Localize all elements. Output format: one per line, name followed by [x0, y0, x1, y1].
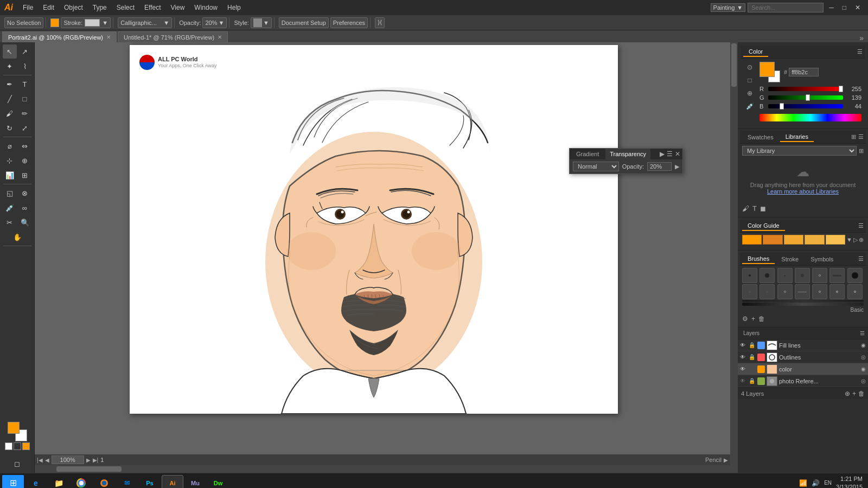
layer-lock-toggle-3[interactable]: 🔒 — [748, 377, 756, 385]
preferences-button[interactable]: Preferences — [330, 17, 368, 28]
g-slider[interactable] — [768, 95, 843, 100]
taskbar-dreamweaver[interactable]: Dw — [207, 475, 229, 489]
color-panel-menu[interactable]: ☰ — [857, 48, 863, 55]
warp-tool[interactable]: ⌀ — [3, 139, 17, 153]
blend-mode-dropdown[interactable]: Normal — [573, 162, 619, 171]
library-brush-icon[interactable]: 🖌 — [742, 204, 749, 213]
layer-visibility-toggle-0[interactable]: 👁 — [739, 342, 746, 349]
brush-item-7[interactable] — [742, 284, 757, 299]
menu-view[interactable]: View — [167, 3, 189, 12]
layers-panel-menu[interactable]: ☰ — [860, 330, 865, 336]
layer-target-3[interactable]: ◎ — [859, 377, 867, 385]
width-tool[interactable]: ⇔ — [18, 139, 32, 153]
tab-portrait-close[interactable]: ✕ — [106, 34, 111, 40]
brush-item-4[interactable] — [812, 268, 827, 283]
color-wheel-icon[interactable]: ⊙ — [744, 62, 755, 73]
menu-edit[interactable]: Edit — [39, 3, 59, 12]
brush-item-2[interactable] — [777, 268, 793, 283]
taskbar-illustrator[interactable]: Ai — [162, 475, 183, 489]
new-layer-icon[interactable]: + — [852, 390, 856, 397]
symbols-tab[interactable]: Symbols — [805, 255, 839, 264]
close-button[interactable]: ✕ — [852, 4, 864, 11]
tabs-collapse-button[interactable]: » — [857, 34, 866, 42]
taskbar-volume-icon[interactable]: 🔊 — [812, 479, 820, 487]
cg-swatch-1[interactable] — [763, 235, 782, 245]
taskbar-firefox[interactable] — [93, 475, 115, 489]
brush-item-5[interactable] — [829, 268, 845, 283]
line-tool[interactable]: ╱ — [3, 92, 17, 106]
last-page-button[interactable]: ▶| — [93, 457, 99, 463]
brush-item-13[interactable] — [847, 284, 863, 299]
brush-item-11[interactable] — [812, 284, 827, 299]
rgb-icon[interactable]: ⊕ — [744, 88, 755, 99]
cg-swatch-4[interactable] — [826, 235, 845, 245]
gradient-tool[interactable]: ◱ — [3, 186, 17, 200]
layer-fill-lines[interactable]: 👁 🔒 Fill lines ◉ — [738, 339, 868, 351]
windows-start-button[interactable]: ⊞ — [2, 475, 24, 489]
paintbrush-tool[interactable]: 🖌 — [3, 106, 17, 120]
learn-libraries-link[interactable]: Learn more about Libraries — [767, 188, 839, 195]
layer-outlines[interactable]: 👁 🔒 Outlines ◎ — [738, 351, 868, 363]
b-slider[interactable] — [768, 104, 843, 108]
cg-swatch-0[interactable] — [742, 235, 762, 245]
color-guide-menu[interactable]: ☰ — [858, 222, 864, 229]
color-guide-settings[interactable]: ⊕ — [859, 236, 864, 243]
brushes-menu[interactable]: ☰ — [858, 255, 864, 262]
hand-tool[interactable]: ✋ — [10, 230, 24, 244]
brush-item-6[interactable] — [847, 268, 863, 283]
opacity-input[interactable] — [647, 162, 672, 171]
scissors-tool[interactable]: ✂ — [3, 215, 17, 229]
color-guide-expand[interactable]: ▷ — [853, 236, 858, 243]
brush-item-0[interactable] — [742, 268, 757, 283]
orange-swatch[interactable] — [22, 442, 30, 450]
panel-expand-icon[interactable]: ▶ — [660, 150, 665, 158]
eyedropper-tool[interactable]: 💉 — [3, 201, 17, 215]
none-icon[interactable]: □ — [744, 75, 755, 86]
pencil-tool[interactable]: ✏ — [18, 106, 32, 120]
taskbar-muse[interactable]: Mu — [184, 475, 206, 489]
menu-type[interactable]: Type — [88, 3, 111, 12]
next-page-button[interactable]: ▶ — [86, 457, 91, 463]
tab-portrait[interactable]: Portrait2.ai @ 100% (RGB/Preview) ✕ — [2, 31, 117, 42]
search-input[interactable] — [748, 3, 824, 12]
layer-visibility-toggle-3[interactable]: 👁 — [739, 377, 746, 385]
shape-tool[interactable]: □ — [18, 92, 32, 106]
brush-item-9[interactable] — [777, 284, 793, 299]
taskbar-explorer[interactable]: 📁 — [48, 475, 69, 489]
prev-page-button[interactable]: ◀ — [45, 457, 49, 463]
library-text-icon[interactable]: T — [752, 204, 757, 213]
menu-object[interactable]: Object — [60, 3, 87, 12]
selection-tool[interactable]: ↖ — [3, 44, 17, 59]
transparency-tab[interactable]: Transparency — [605, 149, 650, 159]
layer-photo-ref[interactable]: 👁 🔒 photo Refere... ◎ — [738, 375, 868, 387]
brush-item-3[interactable] — [795, 268, 810, 283]
tab-untitled-close[interactable]: ✕ — [218, 34, 222, 40]
cg-swatch-2[interactable] — [784, 235, 803, 245]
layer-target-2[interactable]: ◉ — [859, 365, 867, 373]
black-swatch[interactable] — [14, 442, 21, 450]
document-setup-button[interactable]: Document Setup — [279, 17, 329, 28]
new-brush-icon[interactable]: + — [751, 315, 755, 323]
opacity-value-display[interactable]: 20% ▼ — [202, 17, 227, 28]
color-panel-tab[interactable]: Color — [743, 47, 768, 57]
style-dropdown[interactable]: ▼ — [251, 17, 272, 28]
none-swatch[interactable] — [5, 442, 12, 450]
delete-layer-icon[interactable]: 🗑 — [858, 390, 865, 397]
brush-item-1[interactable] — [760, 268, 775, 283]
first-page-button[interactable]: |◀ — [37, 457, 43, 463]
menu-file[interactable]: File — [18, 3, 37, 12]
brush-dropdown[interactable]: Calligraphic... ▼ — [118, 17, 172, 28]
workspace-dropdown[interactable]: Painting ▼ — [711, 3, 746, 12]
brush-item-8[interactable] — [760, 284, 775, 299]
taskbar-time[interactable]: 1:21 PM 3/13/2015 — [836, 475, 863, 488]
library-dropdown[interactable]: My Library — [742, 146, 857, 156]
layer-visibility-toggle-2[interactable]: 👁 — [739, 365, 746, 373]
zoom-tool[interactable]: 🔍 — [18, 215, 32, 229]
menu-effect[interactable]: Effect — [140, 3, 165, 12]
fill-color-swatch[interactable] — [50, 18, 59, 27]
swatches-tab[interactable]: Swatches — [742, 133, 779, 142]
hex-input[interactable] — [789, 68, 819, 76]
fg-bg-color-selector[interactable] — [8, 422, 27, 441]
layer-visibility-toggle-1[interactable]: 👁 — [739, 354, 746, 361]
make-clipping-mask-icon[interactable]: ⊕ — [845, 390, 850, 397]
